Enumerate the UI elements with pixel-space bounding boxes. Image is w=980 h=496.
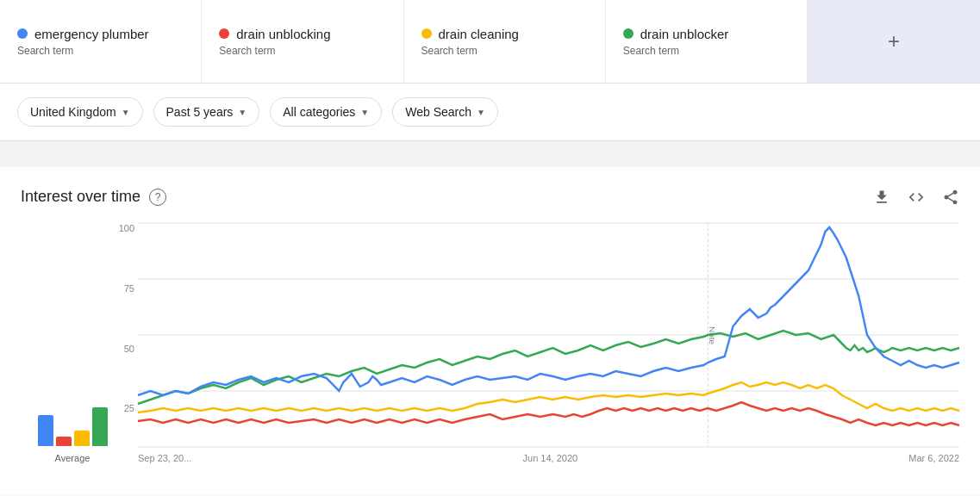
interest-chart: Note — [138, 223, 959, 447]
category-chevron-icon: ▼ — [360, 108, 369, 117]
help-icon[interactable]: ? — [149, 189, 166, 206]
term-label-0: emergency plumber — [34, 27, 149, 41]
add-term-card[interactable]: + — [808, 0, 980, 83]
avg-bars — [38, 394, 108, 446]
search-type-filter[interactable]: Web Search ▼ — [392, 97, 498, 127]
chart-title: Interest over time — [21, 188, 140, 206]
term-dot-1 — [219, 28, 229, 39]
x-label-2: Mar 6, 2022 — [908, 453, 959, 463]
share-button[interactable] — [942, 189, 959, 206]
search-term-card-2[interactable]: drain cleaning Search term — [404, 0, 606, 83]
time-chevron-icon: ▼ — [238, 108, 247, 117]
term-type-0: Search term — [17, 45, 184, 57]
term-type-3: Search term — [623, 45, 790, 57]
chart-header: Interest over time ? — [21, 188, 959, 206]
search-term-card-0[interactable]: emergency plumber Search term — [0, 0, 202, 83]
x-label-1: Jun 14, 2020 — [523, 453, 578, 463]
filter-bar: United Kingdom ▼ Past 5 years ▼ All cate… — [0, 84, 980, 141]
y-labels: 100 75 50 25 — [103, 223, 134, 463]
time-filter[interactable]: Past 5 years ▼ — [153, 97, 260, 127]
chart-container: Average 100 75 50 25 Note — [21, 223, 959, 463]
location-chevron-icon: ▼ — [122, 108, 130, 117]
x-label-0: Sep 23, 20... — [138, 453, 191, 463]
term-label-3: drain unblocker — [640, 27, 729, 41]
chart-section: Interest over time ? — [0, 167, 980, 494]
term-dot-0 — [17, 28, 28, 39]
term-type-2: Search term — [421, 45, 588, 57]
x-labels: Sep 23, 20... Jun 14, 2020 Mar 6, 2022 — [138, 450, 959, 463]
category-filter[interactable]: All categories ▼ — [270, 97, 382, 127]
embed-button[interactable] — [908, 189, 925, 206]
term-label-2: drain cleaning — [439, 27, 519, 41]
term-type-1: Search term — [219, 45, 385, 57]
y-label-25: 25 — [103, 403, 134, 413]
search-terms-bar: emergency plumber Search term drain unbl… — [0, 0, 980, 84]
search-term-card-1[interactable]: drain unblocking Search term — [202, 0, 403, 83]
divider — [0, 141, 980, 167]
avg-bar-2 — [74, 431, 90, 446]
location-filter-label: United Kingdom — [30, 105, 116, 119]
y-label-100: 100 — [103, 223, 134, 233]
y-label-75: 75 — [103, 283, 134, 294]
avg-bar-0 — [38, 415, 53, 446]
chart-main: 100 75 50 25 Note — [138, 223, 959, 463]
term-dot-2 — [421, 28, 432, 39]
term-dot-3 — [623, 28, 634, 39]
search-type-filter-label: Web Search — [405, 105, 471, 119]
search-term-card-3[interactable]: drain unblocker Search term — [606, 0, 808, 83]
term-label-1: drain unblocking — [236, 27, 330, 41]
avg-bar-1 — [56, 437, 72, 446]
avg-label: Average — [55, 453, 91, 463]
category-filter-label: All categories — [283, 105, 355, 119]
add-icon: + — [888, 29, 900, 53]
chart-title-group: Interest over time ? — [21, 188, 166, 206]
time-filter-label: Past 5 years — [166, 105, 234, 119]
location-filter[interactable]: United Kingdom ▼ — [17, 97, 143, 127]
search-type-chevron-icon: ▼ — [477, 108, 485, 117]
y-label-50: 50 — [103, 344, 134, 354]
download-button[interactable] — [873, 189, 890, 206]
chart-actions — [873, 189, 959, 206]
